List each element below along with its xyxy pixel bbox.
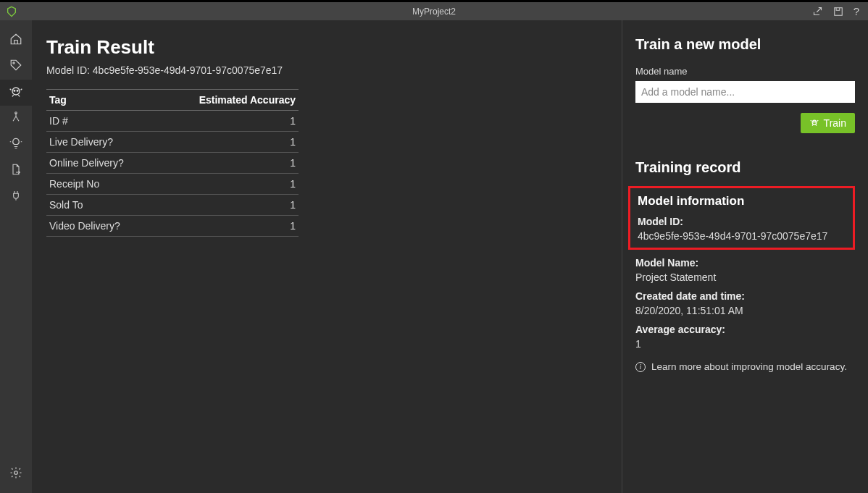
cell-tag: Sold To [46,195,157,216]
topbar-left [0,6,17,17]
svg-point-6 [14,471,18,475]
lightbulb-icon [9,137,22,153]
app-logo-icon [6,6,17,17]
cell-accuracy: 1 [157,174,299,195]
sidebar [0,20,32,493]
sidebar-item-lightbulb[interactable] [0,132,32,158]
train-new-model-title: Train a new model [635,36,855,53]
merge-icon [10,111,22,127]
model-info-header: Model information [638,194,846,208]
table-row: Live Delivery?1 [46,132,299,153]
topbar: MyProject2 ? [0,0,868,20]
sidebar-item-tags[interactable] [0,54,32,80]
table-row: Sold To1 [46,195,299,216]
cell-accuracy: 1 [157,111,299,132]
svg-point-3 [14,90,15,91]
page-title: Train Result [46,36,607,59]
cell-tag: Receipt No [46,174,157,195]
right-panel: Train a new model Model name Train Train… [622,20,868,493]
learn-more-text: Learn more about improving model accurac… [651,361,847,372]
sidebar-item-file[interactable] [0,158,32,184]
save-icon[interactable] [833,7,843,17]
col-tag: Tag [46,90,157,111]
model-info-highlight: Model information Model ID: 4bc9e5fe-953… [628,186,855,250]
sidebar-item-train[interactable] [0,80,32,106]
model-name-label2: Model Name: [635,257,855,269]
created-value: 8/20/2020, 11:51:01 AM [635,305,855,316]
table-row: Video Delivery?1 [46,216,299,237]
svg-point-9 [814,121,815,122]
sidebar-item-settings[interactable] [0,461,32,487]
robot-icon [809,117,819,130]
svg-rect-0 [834,7,842,15]
home-icon [9,33,22,49]
share-icon[interactable] [812,6,823,17]
gear-icon [9,466,22,482]
svg-point-1 [13,62,14,64]
learn-more-row[interactable]: i Learn more about improving model accur… [635,361,855,372]
svg-point-2 [12,88,20,95]
training-record-title: Training record [635,159,855,176]
cell-tag: Online Delivery? [46,153,157,174]
table-row: Receipt No1 [46,174,299,195]
content: Train Result Model ID: 4bc9e5fe-953e-49d… [32,20,622,493]
avg-acc-label: Average accuracy: [635,324,855,335]
svg-point-7 [812,120,817,125]
help-icon[interactable]: ? [854,5,859,17]
robot-icon [9,84,23,101]
cell-accuracy: 1 [157,216,299,237]
model-name-input[interactable] [635,81,855,103]
cell-accuracy: 1 [157,153,299,174]
file-icon [10,163,22,179]
project-title: MyProject2 [412,7,456,17]
svg-point-8 [813,121,814,122]
cell-tag: Video Delivery? [46,216,157,237]
tag-icon [9,59,22,75]
sidebar-item-home[interactable] [0,28,32,54]
main-area: Train Result Model ID: 4bc9e5fe-953e-49d… [32,20,868,493]
table-row: ID #1 [46,111,299,132]
train-button-label: Train [824,117,846,129]
results-table: Tag Estimated Accuracy ID #1Live Deliver… [46,89,299,237]
model-name-value: Project Statement [635,271,855,283]
model-id-value: 4bc9e5fe-953e-49d4-9701-97c0075e7e17 [93,64,283,76]
cell-tag: Live Delivery? [46,132,157,153]
cell-accuracy: 1 [157,195,299,216]
table-row: Online Delivery?1 [46,153,299,174]
cell-accuracy: 1 [157,132,299,153]
col-accuracy: Estimated Accuracy [157,90,299,111]
sidebar-item-merge[interactable] [0,106,32,132]
model-name-label: Model name [635,66,855,77]
model-id-prefix: Model ID: [46,64,93,76]
info-icon: i [635,362,646,372]
sidebar-item-plug[interactable] [0,184,32,210]
model-id-line: Model ID: 4bc9e5fe-953e-49d4-9701-97c007… [46,64,607,76]
train-button[interactable]: Train [801,113,855,133]
topbar-right: ? [812,5,868,17]
model-id-label: Model ID: [638,216,846,227]
svg-point-4 [17,90,18,91]
avg-acc-value: 1 [635,338,855,350]
plug-icon [10,189,22,205]
model-id-value-panel: 4bc9e5fe-953e-49d4-9701-97c0075e7e17 [638,230,846,242]
cell-tag: ID # [46,111,157,132]
created-label: Created date and time: [635,290,855,302]
